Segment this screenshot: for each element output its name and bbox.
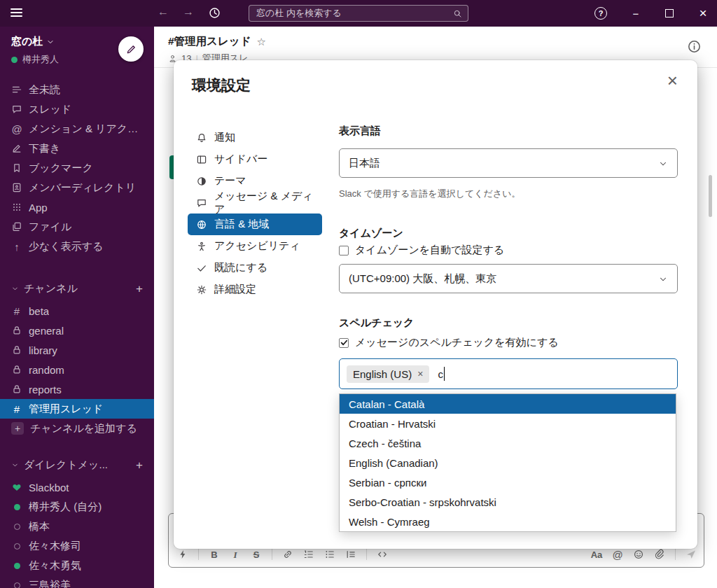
strikethrough-icon[interactable]: S (251, 549, 262, 560)
maximize-button[interactable] (655, 0, 683, 27)
bell-icon (196, 132, 207, 144)
channel-name: library (29, 344, 57, 356)
prefs-nav-gear[interactable]: 詳細設定 (188, 279, 322, 300)
spellcheck-checkbox[interactable] (339, 338, 349, 348)
channel-item[interactable]: reports (0, 379, 154, 399)
channel-title[interactable]: #管理用スレッド (168, 34, 251, 49)
search-input[interactable]: 窓の杜 内を検索する (249, 5, 468, 22)
language-option[interactable]: Serbo-Croatian - srpskohrvatski (340, 492, 676, 512)
channel-item[interactable]: general (0, 321, 154, 340)
dm-item[interactable]: 橋本 (0, 517, 154, 536)
prefs-nav-globe[interactable]: 言語 & 地域 (188, 214, 322, 235)
channels-section: チャンネル + #betagenerallibraryrandomreports… (0, 279, 154, 438)
auto-timezone-row[interactable]: タイムゾーンを自動で設定する (339, 244, 504, 257)
online-status-dot (11, 501, 22, 512)
add-dm-icon[interactable]: + (136, 459, 143, 471)
minimize-button[interactable]: − (622, 0, 650, 27)
star-icon[interactable]: ☆ (257, 36, 266, 48)
attach-icon[interactable] (654, 549, 665, 560)
language-option[interactable]: English (Canadian) (340, 453, 676, 472)
prefs-nav-accessibility[interactable]: アクセシビリティ (188, 235, 322, 257)
auto-timezone-checkbox[interactable] (339, 246, 349, 255)
hash-icon: # (11, 305, 22, 316)
channel-name: random (29, 364, 64, 376)
chevron-down-icon (658, 159, 668, 169)
bold-icon[interactable]: B (209, 549, 220, 560)
user-name: 樽井秀人 (22, 53, 59, 66)
timezone-value: (UTC+09:00) 大阪、札幌、東京 (349, 272, 496, 286)
info-icon[interactable] (687, 39, 702, 54)
sidebar-item-directory[interactable]: メンバーディレクトリ (0, 178, 154, 197)
sidebar-item-files[interactable]: ファイル (0, 217, 154, 237)
user-presence[interactable]: 樽井秀人 (11, 53, 59, 66)
spellcheck-enable-row[interactable]: メッセージのスペルチェックを有効にする (339, 336, 559, 349)
sidebar-item-drafts[interactable]: 下書き (0, 139, 154, 158)
ordered-list-icon[interactable] (303, 549, 314, 560)
add-channel-icon[interactable]: + (136, 283, 143, 295)
display-language-select[interactable]: 日本語 (339, 148, 678, 178)
prefs-nav-messages[interactable]: メッセージ & メディア (188, 192, 322, 214)
pencil-icon (125, 43, 137, 55)
italic-icon[interactable]: I (230, 549, 241, 560)
language-option[interactable]: Croatian - Hrvatski (340, 414, 676, 433)
prefs-nav-bell[interactable]: 通知 (188, 127, 322, 148)
spellcheck-language-input[interactable]: English (US) × c (339, 358, 678, 389)
prefs-nav-read[interactable]: 既読にする (188, 257, 322, 279)
help-icon[interactable]: ? (594, 7, 607, 20)
sidebar-item-threads[interactable]: スレッド (0, 99, 154, 119)
sidebar-item-mentions[interactable]: @メンション & リアクシ... (0, 119, 154, 139)
lock-icon (11, 384, 22, 395)
link-icon[interactable] (282, 549, 293, 560)
send-icon[interactable] (685, 549, 697, 560)
hash-icon: # (11, 403, 22, 414)
dm-item[interactable]: 佐々木勇気 (0, 556, 154, 575)
show-less-icon: ↑ (11, 241, 22, 252)
language-option[interactable]: Serbian - српски (340, 472, 676, 492)
compose-button[interactable] (118, 36, 144, 62)
close-window-button[interactable]: × (689, 0, 717, 27)
timezone-select[interactable]: (UTC+09:00) 大阪、札幌、東京 (339, 264, 678, 293)
accessibility-icon (196, 241, 207, 252)
prefs-nav-theme[interactable]: テーマ (188, 170, 322, 192)
maximize-icon (665, 9, 674, 18)
channel-item[interactable]: random (0, 360, 154, 379)
prefs-nav-label: サイドバー (214, 153, 267, 166)
language-option[interactable]: Catalan - Català (340, 394, 676, 414)
dm-item[interactable]: 三島裕美 (0, 575, 154, 588)
language-option[interactable]: Czech - čeština (340, 433, 676, 453)
chevron-down-icon (46, 38, 55, 46)
channel-item[interactable]: #管理用スレッド (0, 399, 154, 419)
sidebar-item-bookmark[interactable]: ブックマーク (0, 158, 154, 178)
language-option[interactable]: Welsh - Cymraeg (340, 512, 676, 531)
code-icon[interactable] (377, 549, 388, 560)
history-back-icon[interactable]: ← (158, 6, 169, 18)
mention-icon[interactable]: @ (612, 549, 623, 560)
workspace-menu[interactable]: 窓の杜 (11, 35, 55, 48)
channel-item[interactable]: library (0, 340, 154, 360)
sidebar-item-apps[interactable]: App (0, 197, 154, 217)
prefs-nav-pane[interactable]: サイドバー (188, 148, 322, 170)
channel-item[interactable]: #beta (0, 301, 154, 321)
dm-item[interactable]: 樽井秀人 (自分) (0, 497, 154, 517)
dm-name: 樽井秀人 (自分) (29, 500, 102, 514)
preferences-modal: 環境設定 × 通知サイドバーテーマメッセージ & メディア言語 & 地域アクセシ… (174, 60, 697, 549)
bullet-list-icon[interactable] (324, 549, 335, 560)
menu-icon[interactable] (11, 8, 22, 19)
add-channel-label: チャンネルを追加する (30, 422, 137, 435)
remove-chip-icon[interactable]: × (417, 369, 423, 379)
sidebar-item-label: 少なく表示する (29, 240, 103, 253)
text-format-icon[interactable]: Aa (591, 549, 602, 560)
history-clock-icon[interactable] (208, 6, 221, 20)
channels-section-header[interactable]: チャンネル + (0, 279, 154, 298)
sidebar-item-unreads[interactable]: 全未読 (0, 80, 154, 99)
sidebar-item-show-less[interactable]: ↑少なく表示する (0, 237, 154, 256)
dm-item[interactable]: 佐々木修司 (0, 536, 154, 556)
emoji-icon[interactable] (633, 549, 644, 560)
dm-section-header[interactable]: ダイレクトメッ... + (0, 455, 154, 475)
blockquote-icon[interactable] (345, 549, 356, 560)
dm-item[interactable]: Slackbot (0, 477, 154, 497)
add-channel-button[interactable]: + チャンネルを追加する (0, 419, 154, 438)
history-forward-icon[interactable]: → (183, 6, 194, 18)
bolt-icon[interactable] (177, 549, 188, 560)
scrollbar-thumb[interactable] (709, 175, 712, 217)
